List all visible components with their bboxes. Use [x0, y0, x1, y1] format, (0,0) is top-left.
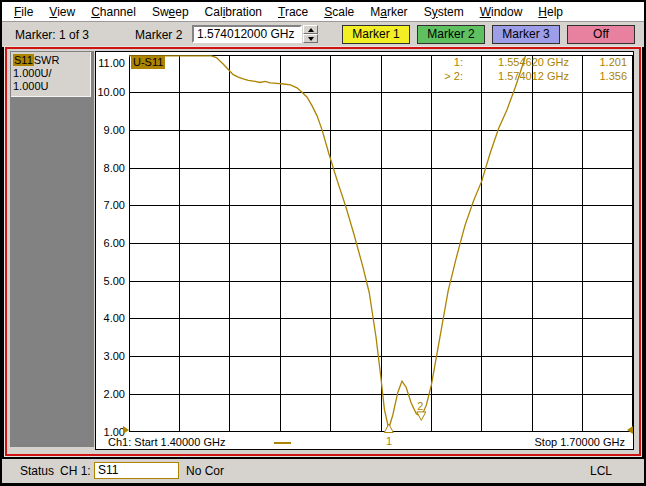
y-tick-label: 2.00: [96, 388, 125, 401]
marker1-val: 1.201: [569, 56, 627, 70]
y-tick-label: 11.00: [96, 57, 125, 70]
marker-readout-row: > 2:1.574012 GHz1.356: [429, 70, 627, 84]
off-button[interactable]: Off: [567, 25, 635, 44]
menu-trace[interactable]: Trace: [270, 5, 316, 19]
menu-bar: FileViewChannelSweepCalibrationTraceScal…: [2, 2, 644, 22]
trace-status-entry[interactable]: S11SWR 1.000U/ 1.000U: [11, 52, 91, 97]
status-bar: Status CH 1: S11 No Cor LCL: [2, 459, 644, 483]
menu-window[interactable]: Window: [472, 5, 531, 19]
menu-file[interactable]: File: [6, 5, 41, 19]
marker-1-button[interactable]: Marker 1: [342, 25, 410, 44]
marker2-freq: 1.574012 GHz: [463, 70, 569, 84]
y-tick-label: 8.00: [96, 162, 125, 175]
status-label: Status: [20, 464, 54, 478]
menu-help[interactable]: Help: [530, 5, 571, 19]
sweep-start-arrow-icon: [123, 426, 129, 434]
marker1-id: 1:: [429, 56, 463, 70]
marker2-field-label: Marker 2: [135, 28, 182, 42]
app-window: FileViewChannelSweepCalibrationTraceScal…: [0, 0, 646, 486]
menu-calibration[interactable]: Calibration: [197, 5, 270, 19]
y-tick-label: 7.00: [96, 199, 125, 212]
measurement-param-chip: S11: [13, 54, 34, 66]
marker2-frequency-input[interactable]: [192, 25, 302, 43]
marker1-axis-number: 1: [386, 435, 392, 447]
marker1-freq: 1.554620 GHz: [463, 56, 569, 70]
scale-per-div: 1.000U/: [13, 67, 52, 79]
trace-status-panel: S11SWR 1.000U/ 1.000U: [10, 51, 94, 447]
correction-status: No Cor: [186, 464, 224, 478]
graph-area[interactable]: 11.0010.009.008.007.006.005.004.003.002.…: [95, 51, 634, 450]
local-mode-indicator: LCL: [590, 464, 612, 478]
stepper-down-button[interactable]: [303, 34, 318, 43]
menu-sweep[interactable]: Sweep: [144, 5, 197, 19]
channel-window: S11SWR 1.000U/ 1.000U 11.0010.009.008.00…: [5, 47, 641, 456]
x-axis-stop-label: Stop 1.70000 GHz: [534, 436, 625, 448]
y-tick-label: 4.00: [96, 312, 125, 325]
marker-2-number: 2: [417, 400, 423, 412]
menu-scale[interactable]: Scale: [316, 5, 362, 19]
channel-label: CH 1:: [60, 464, 91, 478]
marker-readouts: 1:1.554620 GHz1.201> 2:1.574012 GHz1.356: [429, 56, 627, 83]
stepper-up-button[interactable]: [303, 25, 318, 34]
format-label: SWR: [34, 54, 60, 66]
marker-readout-row: 1:1.554620 GHz1.201: [429, 56, 627, 70]
menu-view[interactable]: View: [41, 5, 83, 19]
marker2-val: 1.356: [569, 70, 627, 84]
y-tick-label: 3.00: [96, 350, 125, 363]
reference-value: 1.000U: [13, 80, 48, 92]
menu-channel[interactable]: Channel: [83, 5, 144, 19]
frequency-stepper: [303, 25, 318, 43]
up-arrow-icon: [308, 28, 314, 32]
marker-3-button[interactable]: Marker 3: [492, 25, 560, 44]
swr-plot[interactable]: 2: [129, 55, 633, 433]
menu-system[interactable]: System: [416, 5, 472, 19]
y-tick-label: 10.00: [96, 86, 125, 99]
marker-status-text: Marker: 1 of 3: [15, 28, 89, 42]
marker2-id: > 2:: [429, 70, 463, 84]
trace-label: U-S11: [131, 56, 165, 69]
y-tick-label: 9.00: [96, 124, 125, 137]
down-arrow-icon: [308, 37, 314, 41]
sweep-stop-arrow-icon: [627, 426, 633, 434]
y-tick-label: 6.00: [96, 237, 125, 250]
x-axis-start-label: Ch1: Start 1.40000 GHz: [108, 436, 225, 448]
marker-2-button[interactable]: Marker 2: [417, 25, 485, 44]
menu-marker[interactable]: Marker: [362, 5, 415, 19]
y-tick-label: 5.00: [96, 275, 125, 288]
marker-toolbar: Marker: 1 of 3 Marker 2 Marker 1Marker 2…: [2, 22, 644, 47]
measurement-box: S11: [94, 462, 179, 479]
trace-legend-dash: [274, 442, 291, 444]
